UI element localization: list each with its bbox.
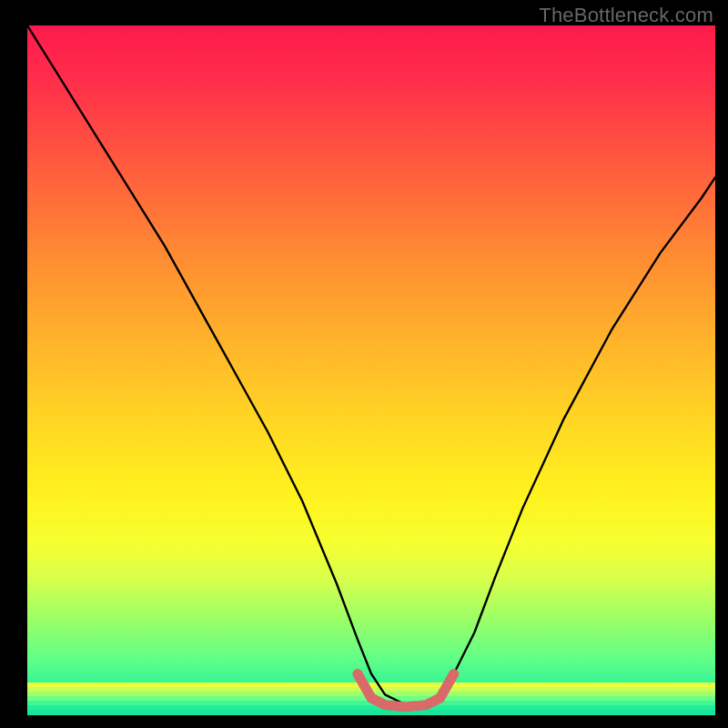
chart-frame: TheBottleneck.com xyxy=(0,0,728,728)
watermark-text: TheBottleneck.com xyxy=(539,4,713,27)
optimal-band xyxy=(358,674,454,707)
bottleneck-curve xyxy=(27,25,715,705)
plot-area xyxy=(27,25,715,715)
curve-svg xyxy=(27,25,715,715)
